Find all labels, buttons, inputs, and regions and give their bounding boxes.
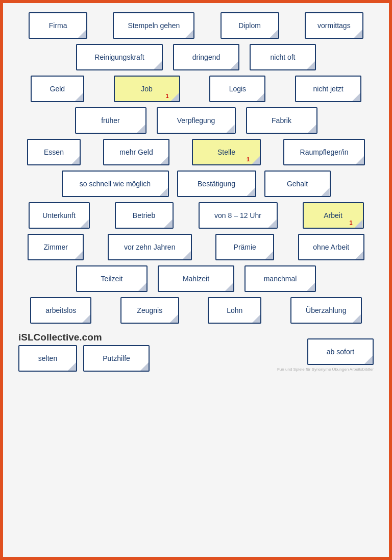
card-zimmer[interactable]: Zimmer <box>28 234 84 260</box>
row-8: Zimmer vor zehn Jahren Prämie ohne Arbei… <box>13 234 379 260</box>
card-raumpfleger[interactable]: Raumpfleger/in <box>283 139 365 165</box>
card-frueher[interactable]: früher <box>75 107 146 134</box>
row-2: Reinigungskraft dringend nicht oft <box>13 44 379 70</box>
card-verpflegung[interactable]: Verpflegung <box>157 107 236 134</box>
card-logis[interactable]: Logis <box>209 76 265 102</box>
card-unterkunft[interactable]: Unterkunft <box>29 202 90 229</box>
row-5: Essen mehr Geld Stelle 1 Raumpfleger/in <box>13 139 379 165</box>
card-job[interactable]: Job 1 <box>114 76 180 102</box>
card-selten[interactable]: selten <box>18 345 77 372</box>
card-essen[interactable]: Essen <box>27 139 81 165</box>
card-mahlzeit[interactable]: Mahlzeit <box>158 265 234 292</box>
card-teilzeit[interactable]: Teilzeit <box>76 265 148 292</box>
card-stempeln-gehen[interactable]: Stempeln gehen <box>113 12 194 39</box>
badge-stelle: 1 <box>247 156 250 162</box>
card-putzhilfe[interactable]: Putzhilfe <box>83 345 150 372</box>
card-reinigungskraft[interactable]: Reinigungskraft <box>76 44 163 70</box>
card-nicht-oft[interactable]: nicht oft <box>250 44 316 70</box>
card-ab-sofort[interactable]: ab sofort <box>307 338 374 365</box>
card-fabrik[interactable]: Fabrik <box>246 107 317 134</box>
card-nicht-jetzt[interactable]: nicht jetzt <box>295 76 361 102</box>
card-von-8-12[interactable]: von 8 – 12 Uhr <box>199 202 278 229</box>
row-10: arbeitslos Zeugnis Lohn Überzahlung <box>13 297 379 324</box>
card-bestaetigung[interactable]: Bestätigung <box>177 171 256 197</box>
badge-job: 1 <box>166 93 169 99</box>
row-4: früher Verpflegung Fabrik <box>13 107 379 134</box>
row-6: so schnell wie möglich Bestätigung Gehal… <box>13 171 379 197</box>
card-diplom[interactable]: Diplom <box>220 12 279 39</box>
card-ueberzahlung[interactable]: Überzahlung <box>290 297 362 324</box>
card-vor-zehn-jahren[interactable]: vor zehn Jahren <box>108 234 192 260</box>
card-arbeitslos[interactable]: arbeitslos <box>30 297 91 324</box>
card-mehr-geld[interactable]: mehr Geld <box>103 139 169 165</box>
row-1: Firma Stempeln gehen Diplom vormittags <box>13 12 379 39</box>
card-firma[interactable]: Firma <box>29 12 87 39</box>
card-lohn[interactable]: Lohn <box>208 297 261 324</box>
logo: iSLCollective.com <box>18 332 150 343</box>
row-9: Teilzeit Mahlzeit manchmal <box>13 265 379 292</box>
card-arbeit[interactable]: Arbeit 1 <box>303 202 364 229</box>
card-gehalt[interactable]: Gehalt <box>264 171 331 197</box>
card-geld[interactable]: Geld <box>31 76 84 102</box>
card-zeugnis[interactable]: Zeugnis <box>120 297 179 324</box>
row-3: Geld Job 1 Logis nicht jetzt <box>13 76 379 102</box>
page: Firma Stempeln gehen Diplom vormittags R… <box>0 0 392 560</box>
cards-grid: Firma Stempeln gehen Diplom vormittags R… <box>13 12 379 372</box>
card-ohne-arbeit[interactable]: ohne Arbeit <box>298 234 364 260</box>
row-11: iSLCollective.com selten Putzhilfe ab so… <box>13 332 379 372</box>
card-manchmal[interactable]: manchmal <box>244 265 316 292</box>
row-7: Unterkunft Betrieb von 8 – 12 Uhr Arbeit… <box>13 202 379 229</box>
attribution: Fun und Spiele für Synonyme Übungen Arbe… <box>277 367 374 372</box>
card-vormittags[interactable]: vormittags <box>305 12 363 39</box>
badge-arbeit: 1 <box>349 220 352 226</box>
card-so-schnell[interactable]: so schnell wie möglich <box>62 171 169 197</box>
card-betrieb[interactable]: Betrieb <box>115 202 174 229</box>
card-dringend[interactable]: dringend <box>173 44 239 70</box>
card-stelle[interactable]: Stelle 1 <box>192 139 261 165</box>
card-praemie[interactable]: Prämie <box>215 234 274 260</box>
